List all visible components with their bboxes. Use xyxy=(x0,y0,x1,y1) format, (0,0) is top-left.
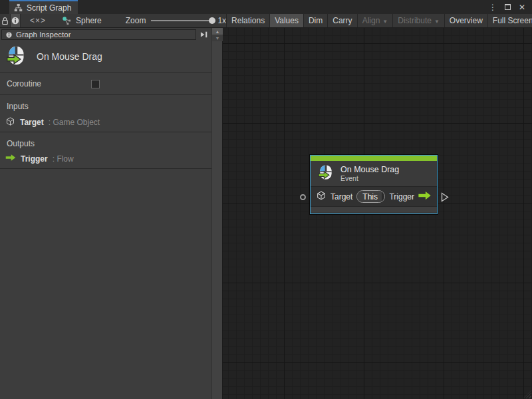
tab-label: Script Graph xyxy=(27,3,71,13)
distribute-dropdown[interactable]: Distribute ▼ xyxy=(392,14,444,27)
on-mouse-drag-node[interactable]: On Mouse Drag Event Target This ⊙ Trigge… xyxy=(310,155,438,214)
align-dropdown[interactable]: Align ▼ xyxy=(357,14,393,27)
graph-canvas[interactable]: On Mouse Drag Event Target This ⊙ Trigge… xyxy=(223,28,532,399)
toolbar-button-group: Relations Values Dim Carry Align ▼ Distr… xyxy=(226,14,532,27)
node-footer xyxy=(311,206,437,212)
output-type: : Flow xyxy=(53,154,74,164)
node-header: On Mouse Drag Event xyxy=(311,161,437,186)
code-view-icon[interactable]: <×> xyxy=(21,14,55,27)
coroutine-label: Coroutine xyxy=(7,79,41,88)
graph-toolbar: <×> Sphere Zoom 1x Relations Values xyxy=(0,14,532,28)
tab-script-graph[interactable]: Script Graph xyxy=(9,0,78,14)
zoom-control: Zoom 1x xyxy=(108,14,226,27)
mouse-drag-icon xyxy=(317,164,334,184)
inspector-toggle-info-icon[interactable] xyxy=(10,14,21,27)
flow-arrow-icon xyxy=(5,154,16,164)
cube-icon xyxy=(316,190,327,203)
output-row-trigger: Trigger : Flow xyxy=(0,154,211,164)
target-value: This xyxy=(357,191,382,202)
output-port-handle[interactable] xyxy=(441,192,449,205)
trigger-port-label: Trigger xyxy=(389,192,414,201)
carry-button[interactable]: Carry xyxy=(327,14,356,27)
zoom-slider[interactable] xyxy=(151,20,212,21)
outputs-section: Outputs Trigger : Flow xyxy=(0,132,211,169)
tab-bar: Script Graph ⋮ ✕ xyxy=(0,0,532,14)
overview-button[interactable]: Overview xyxy=(444,14,487,27)
node-color-bar xyxy=(311,156,437,161)
outputs-header: Outputs xyxy=(0,137,211,154)
unity-script-graph-window: Script Graph ⋮ ✕ <×> xyxy=(0,0,532,399)
object-picker-icon[interactable]: ⊙ xyxy=(382,191,385,202)
inspector-title: Graph Inspector xyxy=(16,31,70,39)
unit-header: On Mouse Drag xyxy=(0,41,211,73)
full-screen-button[interactable]: Full Screen xyxy=(487,14,532,27)
zoom-label: Zoom xyxy=(126,16,146,25)
input-row-target: Target : Game Object xyxy=(0,116,211,128)
values-button[interactable]: Values xyxy=(269,14,303,27)
input-port-handle[interactable] xyxy=(300,194,306,200)
mouse-drag-icon xyxy=(5,45,27,69)
coroutine-checkbox[interactable] xyxy=(91,80,100,88)
input-name: Target xyxy=(20,118,44,127)
zoom-slider-knob[interactable] xyxy=(209,17,215,24)
coroutine-row: Coroutine xyxy=(0,73,211,95)
target-port-label: Target xyxy=(331,192,352,201)
window-controls: ⋮ ✕ xyxy=(487,0,532,14)
close-icon[interactable]: ✕ xyxy=(516,1,528,13)
scroll-up-icon[interactable]: ▲ xyxy=(212,28,223,35)
info-icon xyxy=(5,31,13,39)
dock-panel-icon[interactable] xyxy=(198,30,210,40)
unit-title: On Mouse Drag xyxy=(37,51,102,62)
inspector-title-box: Graph Inspector xyxy=(1,29,196,40)
node-title: On Mouse Drag xyxy=(340,165,399,174)
relations-button[interactable]: Relations xyxy=(226,14,269,27)
graph-pointer-icon xyxy=(62,16,72,26)
inspector-header: Graph Inspector xyxy=(0,28,211,40)
lock-icon[interactable] xyxy=(0,14,10,27)
target-value-button[interactable]: This ⊙ xyxy=(356,190,385,203)
output-name: Trigger xyxy=(21,154,48,164)
chevron-down-icon: ▼ xyxy=(434,19,440,25)
zoom-value: 1x xyxy=(217,16,226,25)
inputs-header: Inputs xyxy=(0,100,211,116)
graph-owner-label: Sphere xyxy=(76,16,102,25)
menu-icon[interactable]: ⋮ xyxy=(487,1,499,13)
hierarchy-graph-icon xyxy=(14,3,23,12)
input-type: : Game Object xyxy=(49,118,100,127)
dim-button[interactable]: Dim xyxy=(303,14,327,27)
scroll-down-icon[interactable]: ▼ xyxy=(212,35,223,41)
trigger-arrow-icon xyxy=(418,191,432,203)
chevron-down-icon: ▼ xyxy=(382,19,388,25)
cube-icon xyxy=(5,116,15,128)
graph-inspector-panel: Graph Inspector xyxy=(0,28,223,399)
node-subtitle: Event xyxy=(340,174,399,182)
inspector-scrollbar[interactable]: ▲ ▼ xyxy=(211,28,222,399)
node-port-row: Target This ⊙ Trigger xyxy=(311,186,437,206)
graph-owner-breadcrumb[interactable]: Sphere xyxy=(55,14,108,27)
resize-grip[interactable] xyxy=(523,390,531,398)
inputs-section: Inputs Target : Game Object xyxy=(0,95,211,132)
maximize-icon[interactable] xyxy=(501,1,513,13)
